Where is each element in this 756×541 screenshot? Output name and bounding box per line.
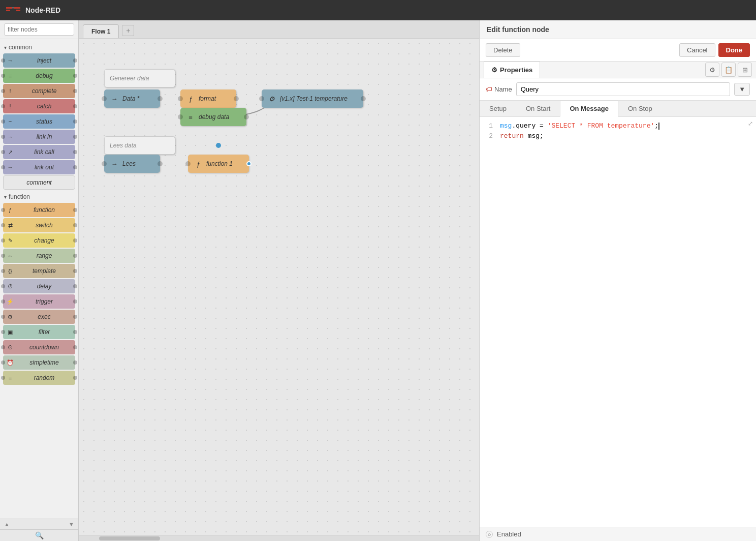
sidebar-node-link-in-label: link in [16, 133, 72, 140]
port-right [73, 74, 77, 78]
lees-icon: → [109, 159, 119, 169]
delay-icon: ⏱ [6, 282, 14, 290]
port-left [1, 104, 5, 108]
sidebar-node-random[interactable]: ≡ random [3, 371, 75, 385]
sidebar-node-debug[interactable]: ≡ debug [3, 69, 75, 83]
canvas-hscroll-thumb[interactable] [99, 536, 160, 540]
canvas-node-lees[interactable]: → Lees [104, 155, 160, 173]
sidebar-node-change-label: change [16, 237, 72, 244]
sidebar-node-change[interactable]: ✎ change [3, 233, 75, 248]
sidebar-node-debug-label: debug [16, 72, 72, 79]
canvas-node-format[interactable]: ƒ format [180, 89, 236, 108]
sidebar-node-link-in[interactable]: → link in [3, 130, 75, 144]
layout-icon-btn[interactable]: ⊞ [738, 63, 752, 77]
canvas-viewport[interactable]: Genereer data → Data * ƒ format ⚙ [v1.x]… [79, 39, 479, 535]
canvas-tab-flow1[interactable]: Flow 1 [83, 24, 119, 38]
port-left [1, 376, 5, 380]
canvas-node-lees-label: Lees [122, 160, 155, 167]
delete-button[interactable]: Delete [486, 43, 520, 57]
sidebar-node-complete[interactable]: ! complete [3, 84, 75, 98]
sidebar-node-simpletime-label: simpletime [16, 359, 72, 366]
code-editor[interactable]: ⤢ 1 msg.query = 'SELECT * FROM temperatu… [480, 117, 756, 527]
port-right-blue [246, 161, 251, 166]
settings-icon-btn[interactable]: ⚙ [705, 63, 719, 77]
canvas-node-function1-label: function 1 [206, 160, 244, 167]
sidebar-node-delay[interactable]: ⏱ delay [3, 279, 75, 293]
name-input[interactable] [516, 82, 730, 96]
sidebar-node-filter-label: filter [16, 328, 72, 336]
sidebar-node-inject[interactable]: → inject [3, 53, 75, 68]
expand-icon[interactable]: ⤢ [748, 120, 753, 128]
canvas-node-debugdata-label: debug data [199, 113, 241, 121]
canvas-node-data[interactable]: → Data * [104, 89, 160, 108]
filter-nodes-input[interactable] [4, 23, 74, 36]
catch-icon: ! [6, 102, 14, 110]
canvas-node-test1[interactable]: ⚙ [v1.x] Test-1 temperature [262, 89, 363, 108]
tab-on-start[interactable]: On Start [516, 101, 560, 116]
template-icon: {} [6, 267, 14, 275]
tab-on-message[interactable]: On Message [560, 101, 618, 117]
sidebar-node-simpletime[interactable]: ⏰ simpletime [3, 355, 75, 370]
canvas-node-genereer[interactable]: Genereer data [104, 69, 175, 87]
sidebar-node-trigger[interactable]: ⚡ trigger [3, 294, 75, 309]
canvas-node-format-label: format [199, 95, 231, 102]
sidebar-filter-area [0, 20, 78, 39]
sidebar-node-status[interactable]: ~ status [3, 114, 75, 129]
properties-tab-label: Properties [500, 66, 532, 74]
port-left [1, 345, 5, 349]
sidebar-node-catch[interactable]: ! catch [3, 99, 75, 113]
sidebar-node-template[interactable]: {} template [3, 264, 75, 278]
port-left [259, 96, 264, 101]
prop-tab-icons: ⚙ 📋 ⊞ [705, 63, 752, 77]
sidebar-node-countdown[interactable]: ⏲ countdown [3, 340, 75, 354]
app-logo [6, 5, 20, 15]
sidebar-node-link-out[interactable]: → link out [3, 160, 75, 174]
svg-rect-2 [14, 7, 20, 9]
sidebar-node-exec[interactable]: ⚙ exec [3, 310, 75, 324]
canvas-node-data-label: Data * [122, 95, 155, 102]
tab-setup-label: Setup [489, 105, 507, 112]
complete-icon: ! [6, 87, 14, 95]
port-right [73, 238, 77, 243]
sidebar-node-trigger-label: trigger [16, 298, 72, 305]
sidebar-node-function[interactable]: ƒ function [3, 203, 75, 217]
code-line-2: 2 return msg; [480, 131, 756, 141]
canvas-node-function1[interactable]: ƒ function 1 [188, 155, 249, 173]
done-button[interactable]: Done [718, 43, 750, 57]
exec-icon: ⚙ [6, 313, 14, 321]
sidebar-node-switch[interactable]: ⇄ switch [3, 218, 75, 232]
cancel-button[interactable]: Cancel [679, 43, 715, 57]
port-right [73, 104, 77, 108]
sidebar-scroll-up[interactable]: ▲ [2, 520, 12, 528]
sidebar-section-common[interactable]: ▾ common [0, 41, 78, 52]
canvas-hscrollbar[interactable] [79, 535, 479, 541]
canvas-connections [79, 39, 479, 535]
function1-icon: ƒ [193, 159, 203, 169]
sidebar-node-filter[interactable]: ▣ filter [3, 325, 75, 339]
canvas-node-debugdata[interactable]: ≡ debug data [180, 108, 246, 126]
tab-properties[interactable]: ⚙ Properties [484, 62, 540, 78]
sidebar-node-range[interactable]: ↔ range [3, 249, 75, 263]
sidebar-search-icon[interactable]: 🔍 [35, 531, 44, 539]
line-number-2: 2 [480, 131, 498, 141]
port-right [73, 89, 77, 93]
enabled-checkbox[interactable]: ○ [486, 531, 493, 538]
name-options-btn[interactable]: ▼ [734, 83, 750, 96]
port-right [158, 96, 163, 101]
sidebar-node-countdown-label: countdown [16, 344, 72, 351]
description-icon-btn[interactable]: 📋 [721, 63, 736, 77]
port-right [73, 150, 77, 154]
tab-on-stop[interactable]: On Stop [618, 101, 662, 116]
link-call-icon: ↗ [6, 148, 14, 156]
port-right [158, 161, 163, 166]
sidebar-node-comment[interactable]: comment [3, 175, 75, 190]
sidebar-section-function[interactable]: ▾ function [0, 191, 78, 202]
sidebar-scroll-down[interactable]: ▼ [67, 520, 76, 528]
tag-icon: 🏷 [486, 85, 492, 93]
canvas-node-leesdata[interactable]: Lees data [104, 136, 175, 155]
canvas-node-genereer-label: Genereer data [110, 75, 170, 82]
tab-setup[interactable]: Setup [480, 101, 516, 116]
port-right [73, 269, 77, 273]
sidebar-node-link-call[interactable]: ↗ link call [3, 145, 75, 159]
add-flow-tab-button[interactable]: + [122, 25, 134, 36]
